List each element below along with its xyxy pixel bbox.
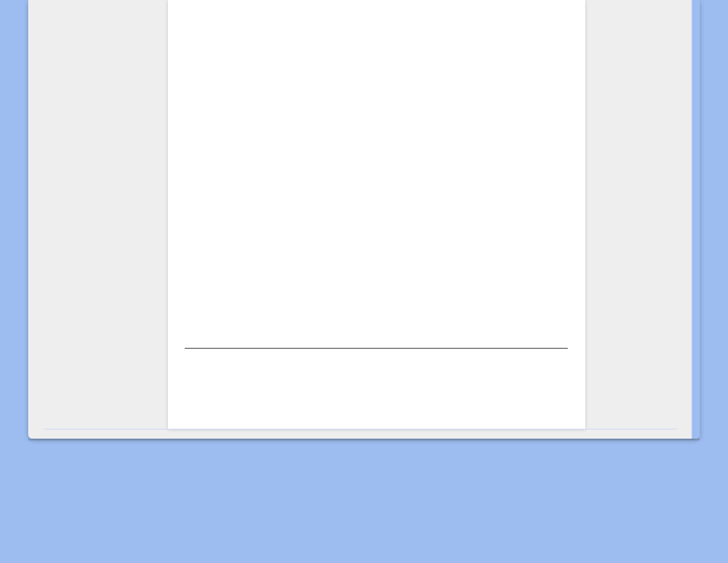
vertical-scrollbar-track[interactable] [691,0,700,439]
document-window [28,0,700,439]
page-separator [43,429,677,429]
horizontal-rule [185,348,568,349]
document-viewport[interactable] [28,0,692,439]
document-page[interactable] [168,0,585,429]
